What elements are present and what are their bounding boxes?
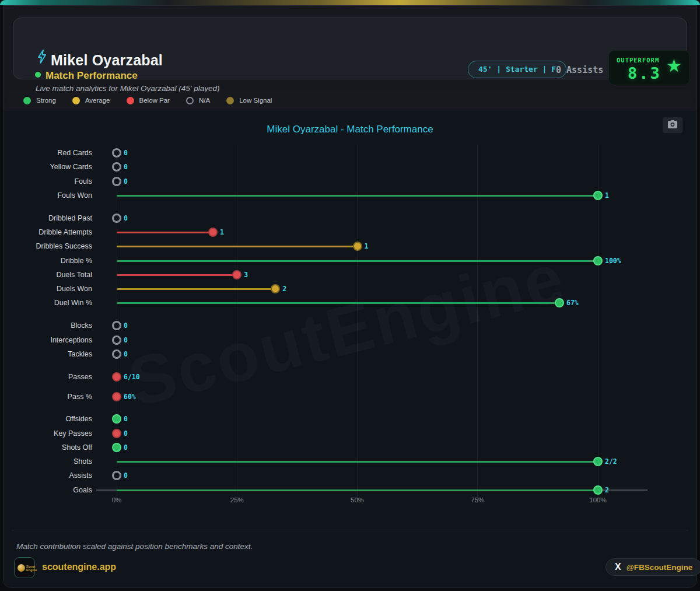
value-label: 67% — [566, 299, 579, 307]
value-label: 2 — [605, 486, 609, 494]
marker-average — [271, 284, 280, 293]
marker-na — [112, 162, 121, 172]
row-label: Dribbles Success — [0, 242, 92, 250]
marker-na — [112, 214, 121, 223]
gridline — [357, 145, 358, 499]
row-label: Fouls — [0, 177, 92, 186]
marker-strong — [593, 256, 603, 265]
row-label: Assists — [0, 471, 92, 480]
value-label: 0 — [124, 163, 128, 171]
marker-average — [353, 242, 362, 251]
marker-na — [112, 349, 121, 359]
value-label: 0 — [124, 415, 128, 423]
value-label: 0 — [124, 177, 128, 186]
value-label: 6/10 — [124, 373, 140, 381]
value-label: 0 — [124, 336, 128, 344]
marker-na — [112, 471, 121, 480]
value-label: 0 — [124, 429, 128, 438]
marker-na — [112, 177, 121, 186]
x-tick-label: 100% — [580, 496, 615, 503]
value-label: 1 — [220, 228, 224, 236]
value-label: 2 — [282, 285, 286, 293]
row-label: Yellow Cards — [0, 163, 92, 171]
lollipop-stem — [117, 260, 598, 262]
row-label: Key Passes — [0, 429, 92, 438]
lollipop-stem — [117, 489, 598, 491]
row-label: Interceptions — [0, 336, 92, 344]
value-label: 3 — [244, 271, 248, 279]
row-label: Fouls Won — [0, 191, 92, 200]
row-label: Duels Won — [0, 285, 92, 293]
marker-strong — [112, 414, 121, 424]
x-tick-label: 50% — [340, 496, 375, 503]
marker-strong — [593, 191, 603, 200]
value-label: 60% — [124, 393, 136, 401]
gridline — [237, 145, 237, 499]
value-label: 0 — [124, 214, 128, 222]
page-frame: Mikel Oyarzabal Match Performance Live m… — [0, 0, 700, 591]
marker-na — [112, 321, 121, 330]
marker-na — [112, 148, 121, 158]
value-label: 2/2 — [605, 457, 617, 466]
value-label: 1 — [365, 242, 369, 250]
marker-strong — [593, 457, 603, 466]
row-label: Dribble Attempts — [0, 228, 92, 236]
row-label: Goals — [0, 486, 92, 494]
marker-below_par — [112, 429, 121, 438]
lollipop-stem — [117, 195, 598, 197]
marker-below_par — [232, 270, 242, 279]
x-tick-label: 75% — [460, 496, 495, 503]
lollipop-stem — [117, 461, 598, 463]
row-label: Shots Off — [0, 443, 92, 452]
lollipop-stem — [117, 288, 275, 290]
row-label: Shots — [0, 457, 92, 466]
row-label: Blocks — [0, 321, 92, 330]
plot-stage: 0%25%50%75%100%Red Cards0Yellow Cards0Fo… — [0, 0, 700, 591]
row-label: Pass % — [0, 393, 92, 401]
row-label: Duel Win % — [0, 299, 92, 307]
marker-below_par — [208, 228, 218, 237]
marker-strong — [112, 443, 121, 452]
row-label: Offsides — [0, 415, 92, 423]
row-label: Duels Total — [0, 271, 92, 279]
marker-strong — [555, 298, 564, 307]
row-label: Passes — [0, 373, 92, 381]
marker-below_par — [112, 372, 121, 382]
row-label: Dribble % — [0, 257, 92, 265]
marker-strong — [593, 485, 603, 495]
row-label: Tackles — [0, 350, 92, 358]
value-label: 0 — [124, 443, 128, 452]
x-tick-label: 25% — [219, 496, 254, 503]
row-label: Dribbled Past — [0, 214, 92, 222]
value-label: 1 — [605, 191, 609, 200]
value-label: 0 — [124, 350, 128, 358]
value-label: 0 — [124, 321, 128, 330]
row-label: Red Cards — [0, 149, 92, 157]
lollipop-stem — [117, 274, 237, 276]
lollipop-stem — [117, 302, 559, 304]
value-label: 0 — [124, 471, 128, 480]
marker-na — [112, 335, 121, 345]
lollipop-stem — [117, 246, 358, 247]
gridline — [477, 145, 478, 499]
value-label: 100% — [605, 257, 621, 265]
x-tick-label: 0% — [99, 496, 134, 503]
lollipop-stem — [117, 232, 213, 233]
value-label: 0 — [124, 149, 128, 157]
marker-below_par — [112, 392, 121, 401]
